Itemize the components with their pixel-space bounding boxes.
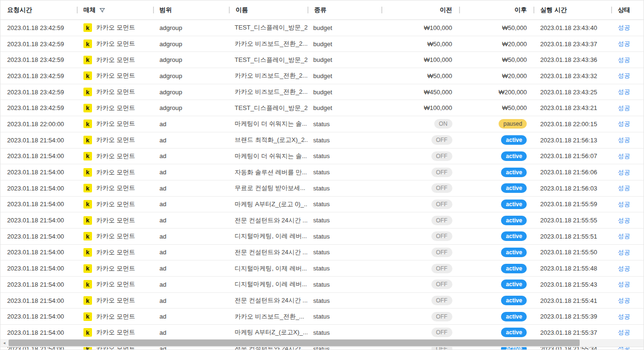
status-success-link[interactable]: 성공 (618, 312, 630, 321)
media-label: 카카오 모먼트 (96, 71, 135, 80)
request-time-text: 2023.01.18 21:54:00 (7, 152, 64, 160)
status-success-link[interactable]: 성공 (618, 88, 630, 96)
status-success-link[interactable]: 성공 (618, 216, 630, 225)
cell-status: 성공 (611, 180, 644, 196)
cell-after: active (459, 309, 534, 324)
status-success-link[interactable]: 성공 (618, 136, 630, 144)
cell-exec-time: 2023.01.18 21:55:59 (533, 197, 611, 212)
media-label: 카카오 모먼트 (96, 152, 135, 160)
request-time-text: 2023.01.18 21:54:00 (7, 265, 64, 272)
scope-text: ad (160, 152, 166, 160)
cell-name: 디지털마케팅, 이제 레버... (229, 260, 307, 276)
cell-after: ₩50,000 (459, 20, 534, 36)
table-row: 2023.01.18 22:00:00k카카오 모먼트ad마케팅이 더 쉬워지는… (0, 116, 644, 132)
media-label: 카카오 모먼트 (96, 200, 135, 209)
cell-media: k카카오 모먼트 (77, 116, 153, 132)
cell-request-time: 2023.01.18 23:42:59 (0, 100, 77, 116)
scrollbar-thumb[interactable] (9, 340, 580, 346)
cell-type: budget (307, 36, 381, 52)
cell-request-time: 2023.01.18 21:54:00 (0, 245, 77, 260)
kakao-icon: k (83, 280, 92, 289)
table-row: 2023.01.18 21:54:00k카카오 모먼트ad디지털마케팅, 이레 … (0, 277, 644, 293)
status-success-link[interactable]: 성공 (618, 264, 630, 273)
scope-text: ad (160, 217, 166, 224)
status-success-link[interactable]: 성공 (618, 168, 630, 177)
cell-status: 성공 (611, 229, 644, 244)
cell-media: k카카오 모먼트 (77, 212, 153, 228)
name-text: 디지털마케팅, 이레 레버... (235, 280, 307, 289)
status-success-link[interactable]: 성공 (618, 280, 630, 289)
cell-name: 마케팅 A부터Z_(로고 0)_... (229, 197, 307, 212)
cell-after: active (459, 277, 534, 292)
cell-after: active (459, 164, 534, 180)
column-separator (307, 7, 308, 13)
status-success-link[interactable]: 성공 (618, 71, 630, 80)
table-row: 2023.01.18 21:54:00k카카오 모먼트ad전문 컨설턴트와 24… (0, 293, 644, 309)
cell-media: k카카오 모먼트 (77, 20, 153, 36)
after-status-badge: paused (499, 119, 527, 129)
status-success-link[interactable]: 성공 (618, 120, 630, 128)
kakao-icon: k (83, 56, 92, 64)
cell-status: 성공 (611, 84, 644, 100)
cell-scope: ad (153, 132, 229, 148)
status-success-link[interactable]: 성공 (618, 232, 630, 240)
before-status-badge: OFF (431, 328, 452, 337)
status-success-link[interactable]: 성공 (618, 184, 630, 192)
cell-status: 성공 (611, 149, 644, 164)
cell-exec-time: 2023.01.18 21:56:07 (533, 149, 611, 164)
cell-type: budget (307, 20, 381, 36)
status-success-link[interactable]: 성공 (618, 23, 630, 32)
status-success-link[interactable]: 성공 (618, 296, 630, 305)
cell-status: 성공 (611, 197, 644, 212)
request-time-text: 2023.01.18 21:54:00 (7, 249, 64, 256)
status-success-link[interactable]: 성공 (618, 328, 630, 337)
scroll-left-button[interactable]: ◂ (0, 339, 8, 347)
before-status-badge: ON (434, 119, 452, 129)
exec-time-text: 2023.01.18 21:55:51 (540, 233, 597, 240)
cell-media: k카카오 모먼트 (77, 197, 153, 212)
cell-scope: ad (153, 277, 229, 292)
after-status-badge: active (501, 151, 527, 161)
type-text: status (313, 200, 330, 208)
cell-request-time: 2023.01.18 21:54:00 (0, 260, 77, 276)
column-header-type: 종류 (307, 0, 381, 20)
cell-request-time: 2023.01.18 21:54:00 (0, 164, 77, 180)
exec-time-text: 2023.01.18 21:56:07 (540, 152, 597, 160)
cell-before: OFF (381, 245, 459, 260)
status-success-link[interactable]: 성공 (618, 200, 630, 209)
cell-after: active (459, 212, 534, 228)
name-text: 전문 컨설턴트와 24시간 ... (235, 248, 307, 257)
status-success-link[interactable]: 성공 (618, 40, 630, 48)
kakao-icon: k (83, 200, 92, 209)
status-success-link[interactable]: 성공 (618, 152, 630, 160)
exec-time-text: 2023.01.18 22:00:15 (540, 120, 597, 128)
column-header-request-time: 요청시간 (0, 0, 77, 20)
cell-media: k카카오 모먼트 (77, 293, 153, 309)
cell-name: 카카오 비즈보드_전환_2... (229, 84, 307, 100)
request-time-text: 2023.01.18 21:54:00 (7, 281, 64, 288)
cell-exec-time: 2023.01.18 21:56:06 (533, 164, 611, 180)
scope-text: ad (160, 313, 166, 320)
filter-icon[interactable] (99, 7, 105, 13)
name-text: 디지털마케팅, 이레 레버... (235, 232, 307, 240)
cell-scope: ad (153, 293, 229, 309)
after-value: ₩20,000 (502, 40, 527, 48)
exec-time-text: 2023.01.18 23:43:25 (540, 89, 597, 96)
request-time-text: 2023.01.18 22:00:00 (7, 120, 64, 128)
cell-before: OFF (381, 164, 459, 180)
status-success-link[interactable]: 성공 (618, 104, 630, 112)
cell-request-time: 2023.01.18 21:54:00 (0, 149, 77, 164)
horizontal-scrollbar[interactable]: ◂ (0, 339, 644, 347)
column-separator (229, 7, 230, 13)
cell-name: 전문 컨설턴트와 24시간 ... (229, 245, 307, 260)
status-success-link[interactable]: 성공 (618, 56, 630, 64)
cell-before: OFF (381, 212, 459, 228)
status-success-link[interactable]: 성공 (618, 248, 630, 257)
request-time-text: 2023.01.18 21:54:00 (7, 200, 64, 208)
column-label: 실행 시간 (540, 6, 567, 14)
media-label: 카카오 모먼트 (96, 23, 135, 32)
cell-after: active (459, 325, 534, 340)
request-time-text: 2023.01.18 21:54:00 (7, 137, 64, 144)
exec-time-text: 2023.01.18 21:55:48 (540, 265, 597, 272)
media-label: 카카오 모먼트 (96, 232, 135, 240)
